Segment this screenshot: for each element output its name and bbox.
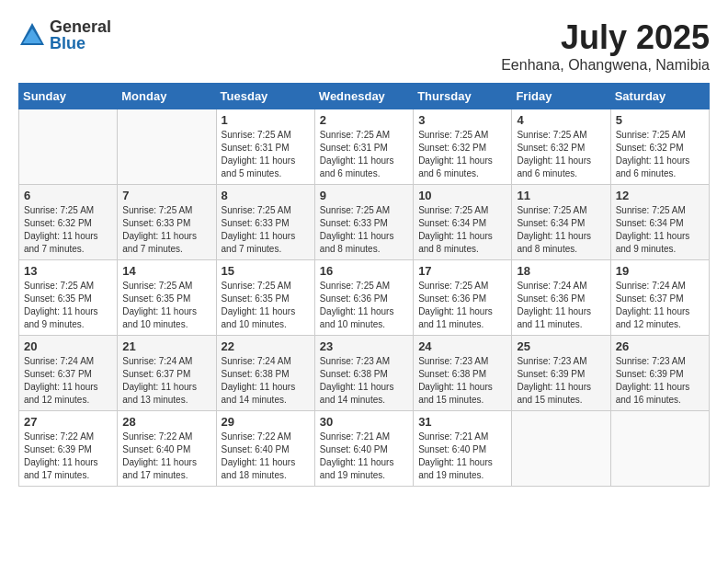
calendar-cell: 3Sunrise: 7:25 AM Sunset: 6:32 PM Daylig… <box>414 109 512 185</box>
day-detail: Sunrise: 7:25 AM Sunset: 6:31 PM Dayligh… <box>222 129 310 180</box>
location: Eenhana, Ohangwena, Namibia <box>501 57 710 74</box>
logo: General Blue <box>18 18 111 52</box>
day-detail: Sunrise: 7:24 AM Sunset: 6:38 PM Dayligh… <box>222 355 310 407</box>
page-header: General Blue July 2025 Eenhana, Ohangwen… <box>18 18 710 74</box>
day-detail: Sunrise: 7:22 AM Sunset: 6:39 PM Dayligh… <box>24 431 112 482</box>
week-row-1: 1Sunrise: 7:25 AM Sunset: 6:31 PM Daylig… <box>19 109 710 185</box>
month-year: July 2025 <box>501 18 710 57</box>
day-number: 28 <box>122 415 210 429</box>
day-number: 1 <box>222 113 310 127</box>
day-number: 21 <box>122 339 210 353</box>
calendar-cell: 14Sunrise: 7:25 AM Sunset: 6:35 PM Dayli… <box>118 260 216 336</box>
day-detail: Sunrise: 7:25 AM Sunset: 6:35 PM Dayligh… <box>122 280 210 331</box>
calendar-cell: 19Sunrise: 7:24 AM Sunset: 6:37 PM Dayli… <box>610 260 709 336</box>
day-number: 16 <box>320 264 408 278</box>
day-detail: Sunrise: 7:24 AM Sunset: 6:37 PM Dayligh… <box>616 280 704 331</box>
weekday-header-tuesday: Tuesday <box>216 84 314 109</box>
weekday-header-monday: Monday <box>118 84 216 109</box>
week-row-2: 6Sunrise: 7:25 AM Sunset: 6:32 PM Daylig… <box>19 185 710 260</box>
day-number: 17 <box>418 264 506 278</box>
calendar-cell: 11Sunrise: 7:25 AM Sunset: 6:34 PM Dayli… <box>512 185 610 260</box>
day-number: 31 <box>418 415 506 429</box>
calendar-cell: 27Sunrise: 7:22 AM Sunset: 6:39 PM Dayli… <box>19 411 118 487</box>
day-number: 30 <box>320 415 408 429</box>
calendar-cell: 16Sunrise: 7:25 AM Sunset: 6:36 PM Dayli… <box>314 260 413 336</box>
calendar-cell <box>512 411 610 487</box>
calendar-cell: 15Sunrise: 7:25 AM Sunset: 6:35 PM Dayli… <box>216 260 314 336</box>
calendar-cell <box>610 411 709 487</box>
day-detail: Sunrise: 7:22 AM Sunset: 6:40 PM Dayligh… <box>222 431 310 482</box>
day-number: 12 <box>616 189 704 202</box>
day-number: 13 <box>24 264 112 278</box>
day-detail: Sunrise: 7:25 AM Sunset: 6:35 PM Dayligh… <box>222 280 310 331</box>
calendar-cell: 7Sunrise: 7:25 AM Sunset: 6:33 PM Daylig… <box>118 185 216 260</box>
day-detail: Sunrise: 7:22 AM Sunset: 6:40 PM Dayligh… <box>122 431 210 482</box>
calendar-cell: 31Sunrise: 7:21 AM Sunset: 6:40 PM Dayli… <box>414 411 512 487</box>
weekday-header-sunday: Sunday <box>19 84 118 109</box>
calendar-cell <box>19 109 118 185</box>
calendar-cell: 17Sunrise: 7:25 AM Sunset: 6:36 PM Dayli… <box>414 260 512 336</box>
calendar-cell: 12Sunrise: 7:25 AM Sunset: 6:34 PM Dayli… <box>610 185 709 260</box>
day-detail: Sunrise: 7:25 AM Sunset: 6:32 PM Dayligh… <box>517 129 605 180</box>
day-number: 6 <box>24 189 112 202</box>
day-detail: Sunrise: 7:23 AM Sunset: 6:39 PM Dayligh… <box>517 355 605 407</box>
calendar-cell: 5Sunrise: 7:25 AM Sunset: 6:32 PM Daylig… <box>610 109 709 185</box>
title-block: July 2025 Eenhana, Ohangwena, Namibia <box>501 18 710 74</box>
day-number: 18 <box>517 264 605 278</box>
calendar-cell: 6Sunrise: 7:25 AM Sunset: 6:32 PM Daylig… <box>19 185 118 260</box>
weekday-header-friday: Friday <box>512 84 610 109</box>
calendar-cell: 28Sunrise: 7:22 AM Sunset: 6:40 PM Dayli… <box>118 411 216 487</box>
calendar-cell: 20Sunrise: 7:24 AM Sunset: 6:37 PM Dayli… <box>19 336 118 411</box>
calendar-cell: 26Sunrise: 7:23 AM Sunset: 6:39 PM Dayli… <box>610 336 709 411</box>
calendar-cell: 21Sunrise: 7:24 AM Sunset: 6:37 PM Dayli… <box>118 336 216 411</box>
weekday-header-row: SundayMondayTuesdayWednesdayThursdayFrid… <box>19 84 710 109</box>
calendar-cell: 18Sunrise: 7:24 AM Sunset: 6:36 PM Dayli… <box>512 260 610 336</box>
day-detail: Sunrise: 7:25 AM Sunset: 6:33 PM Dayligh… <box>222 204 310 256</box>
day-detail: Sunrise: 7:23 AM Sunset: 6:38 PM Dayligh… <box>320 355 408 407</box>
calendar-header: SundayMondayTuesdayWednesdayThursdayFrid… <box>19 84 710 109</box>
day-detail: Sunrise: 7:25 AM Sunset: 6:36 PM Dayligh… <box>320 280 408 331</box>
day-number: 3 <box>418 113 506 127</box>
calendar-cell: 22Sunrise: 7:24 AM Sunset: 6:38 PM Dayli… <box>216 336 314 411</box>
calendar-cell: 10Sunrise: 7:25 AM Sunset: 6:34 PM Dayli… <box>414 185 512 260</box>
calendar-cell: 30Sunrise: 7:21 AM Sunset: 6:40 PM Dayli… <box>314 411 413 487</box>
day-number: 5 <box>616 113 704 127</box>
calendar-cell: 24Sunrise: 7:23 AM Sunset: 6:38 PM Dayli… <box>414 336 512 411</box>
day-detail: Sunrise: 7:25 AM Sunset: 6:32 PM Dayligh… <box>418 129 506 180</box>
week-row-4: 20Sunrise: 7:24 AM Sunset: 6:37 PM Dayli… <box>19 336 710 411</box>
day-number: 23 <box>320 339 408 353</box>
day-number: 24 <box>418 339 506 353</box>
day-detail: Sunrise: 7:25 AM Sunset: 6:33 PM Dayligh… <box>122 204 210 256</box>
calendar-cell: 9Sunrise: 7:25 AM Sunset: 6:33 PM Daylig… <box>314 185 413 260</box>
logo-general: General <box>50 18 111 35</box>
day-number: 14 <box>122 264 210 278</box>
calendar-cell: 29Sunrise: 7:22 AM Sunset: 6:40 PM Dayli… <box>216 411 314 487</box>
weekday-header-saturday: Saturday <box>610 84 709 109</box>
day-number: 9 <box>320 189 408 202</box>
day-detail: Sunrise: 7:25 AM Sunset: 6:36 PM Dayligh… <box>418 280 506 331</box>
week-row-5: 27Sunrise: 7:22 AM Sunset: 6:39 PM Dayli… <box>19 411 710 487</box>
calendar-body: 1Sunrise: 7:25 AM Sunset: 6:31 PM Daylig… <box>19 109 710 487</box>
calendar-cell: 23Sunrise: 7:23 AM Sunset: 6:38 PM Dayli… <box>314 336 413 411</box>
day-number: 4 <box>517 113 605 127</box>
day-detail: Sunrise: 7:25 AM Sunset: 6:32 PM Dayligh… <box>616 129 704 180</box>
week-row-3: 13Sunrise: 7:25 AM Sunset: 6:35 PM Dayli… <box>19 260 710 336</box>
day-number: 29 <box>222 415 310 429</box>
day-detail: Sunrise: 7:23 AM Sunset: 6:38 PM Dayligh… <box>418 355 506 407</box>
day-detail: Sunrise: 7:24 AM Sunset: 6:36 PM Dayligh… <box>517 280 605 331</box>
calendar-cell: 2Sunrise: 7:25 AM Sunset: 6:31 PM Daylig… <box>314 109 413 185</box>
day-detail: Sunrise: 7:21 AM Sunset: 6:40 PM Dayligh… <box>418 431 506 482</box>
day-number: 27 <box>24 415 112 429</box>
day-detail: Sunrise: 7:25 AM Sunset: 6:35 PM Dayligh… <box>24 280 112 331</box>
weekday-header-wednesday: Wednesday <box>314 84 413 109</box>
day-detail: Sunrise: 7:24 AM Sunset: 6:37 PM Dayligh… <box>24 355 112 407</box>
day-detail: Sunrise: 7:25 AM Sunset: 6:34 PM Dayligh… <box>616 204 704 256</box>
calendar-cell: 8Sunrise: 7:25 AM Sunset: 6:33 PM Daylig… <box>216 185 314 260</box>
day-detail: Sunrise: 7:24 AM Sunset: 6:37 PM Dayligh… <box>122 355 210 407</box>
day-number: 8 <box>222 189 310 202</box>
day-number: 25 <box>517 339 605 353</box>
calendar-cell: 1Sunrise: 7:25 AM Sunset: 6:31 PM Daylig… <box>216 109 314 185</box>
day-detail: Sunrise: 7:21 AM Sunset: 6:40 PM Dayligh… <box>320 431 408 482</box>
logo-text: General Blue <box>50 18 111 52</box>
day-detail: Sunrise: 7:25 AM Sunset: 6:33 PM Dayligh… <box>320 204 408 256</box>
